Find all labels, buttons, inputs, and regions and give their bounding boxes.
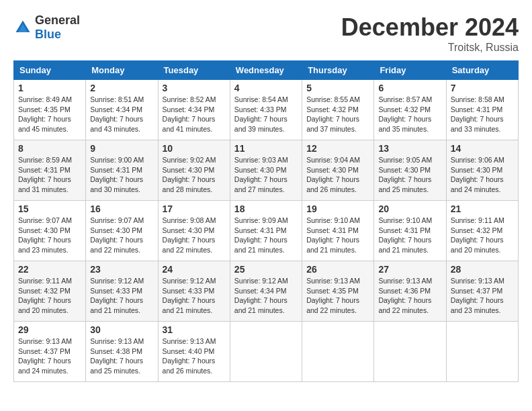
- day-info: Sunrise: 8:54 AMSunset: 4:33 PMDaylight:…: [234, 95, 298, 134]
- day-info: Sunrise: 9:13 AMSunset: 4:37 PMDaylight:…: [451, 276, 514, 316]
- calendar-day-cell: 19 Sunrise: 9:10 AMSunset: 4:31 PMDaylig…: [302, 201, 374, 261]
- day-info: Sunrise: 8:51 AMSunset: 4:34 PMDaylight:…: [90, 95, 153, 134]
- day-number: 4: [234, 83, 298, 93]
- day-number: 28: [451, 264, 514, 275]
- title-area: December 2024 Troitsk, Russia: [341, 13, 519, 54]
- day-number: 1: [18, 83, 81, 93]
- day-number: 2: [90, 83, 153, 93]
- calendar-day-cell: 26 Sunrise: 9:13 AMSunset: 4:35 PMDaylig…: [302, 261, 374, 322]
- day-number: 7: [451, 83, 514, 93]
- calendar-day-cell: 10 Sunrise: 9:02 AMSunset: 4:30 PMDaylig…: [158, 140, 230, 201]
- day-info: Sunrise: 9:02 AMSunset: 4:30 PMDaylight:…: [163, 155, 226, 195]
- day-number: 20: [378, 203, 441, 214]
- day-info: Sunrise: 8:58 AMSunset: 4:31 PMDaylight:…: [451, 95, 514, 134]
- calendar-day-cell: 27 Sunrise: 9:13 AMSunset: 4:36 PMDaylig…: [374, 261, 446, 322]
- weekday-header-cell: Sunday: [14, 61, 86, 80]
- calendar-day-cell: 31 Sunrise: 9:13 AMSunset: 4:40 PMDaylig…: [158, 322, 230, 382]
- day-info: Sunrise: 9:10 AMSunset: 4:31 PMDaylight:…: [306, 216, 369, 255]
- logo: General Blue: [13, 13, 80, 42]
- day-info: Sunrise: 9:12 AMSunset: 4:34 PMDaylight:…: [234, 276, 298, 316]
- day-info: Sunrise: 9:05 AMSunset: 4:30 PMDaylight:…: [378, 155, 441, 195]
- calendar-day-cell: 25 Sunrise: 9:12 AMSunset: 4:34 PMDaylig…: [230, 261, 302, 322]
- calendar-day-cell: 12 Sunrise: 9:04 AMSunset: 4:30 PMDaylig…: [302, 140, 374, 201]
- page-header: General Blue December 2024 Troitsk, Russ…: [13, 13, 519, 54]
- day-info: Sunrise: 9:03 AMSunset: 4:30 PMDaylight:…: [234, 155, 298, 195]
- day-number: 23: [90, 264, 153, 275]
- calendar-week-row: 22 Sunrise: 9:11 AMSunset: 4:32 PMDaylig…: [14, 261, 519, 322]
- day-info: Sunrise: 9:12 AMSunset: 4:33 PMDaylight:…: [163, 276, 226, 316]
- calendar-day-cell: 23 Sunrise: 9:12 AMSunset: 4:33 PMDaylig…: [86, 261, 158, 322]
- day-number: 3: [163, 83, 226, 93]
- day-info: Sunrise: 9:07 AMSunset: 4:30 PMDaylight:…: [90, 216, 153, 255]
- day-info: Sunrise: 9:09 AMSunset: 4:31 PMDaylight:…: [234, 216, 298, 255]
- day-number: 30: [90, 324, 153, 335]
- calendar-day-cell: 14 Sunrise: 9:06 AMSunset: 4:30 PMDaylig…: [446, 140, 518, 201]
- day-info: Sunrise: 9:12 AMSunset: 4:33 PMDaylight:…: [90, 276, 153, 316]
- day-info: Sunrise: 8:49 AMSunset: 4:35 PMDaylight:…: [18, 95, 81, 134]
- day-number: 15: [18, 203, 81, 214]
- day-number: 14: [451, 143, 514, 154]
- day-info: Sunrise: 9:13 AMSunset: 4:38 PMDaylight:…: [90, 336, 153, 376]
- day-number: 13: [378, 143, 441, 154]
- day-info: Sunrise: 9:11 AMSunset: 4:32 PMDaylight:…: [18, 276, 81, 316]
- day-number: 12: [306, 143, 369, 154]
- calendar-day-cell: 13 Sunrise: 9:05 AMSunset: 4:30 PMDaylig…: [374, 140, 446, 201]
- calendar-day-cell: 3 Sunrise: 8:52 AMSunset: 4:34 PMDayligh…: [158, 80, 230, 140]
- day-info: Sunrise: 9:13 AMSunset: 4:36 PMDaylight:…: [378, 276, 441, 316]
- calendar-day-cell: 8 Sunrise: 8:59 AMSunset: 4:31 PMDayligh…: [14, 140, 86, 201]
- calendar-day-cell: 15 Sunrise: 9:07 AMSunset: 4:30 PMDaylig…: [14, 201, 86, 261]
- calendar-day-cell: 18 Sunrise: 9:09 AMSunset: 4:31 PMDaylig…: [230, 201, 302, 261]
- day-number: 18: [234, 203, 298, 214]
- weekday-header-cell: Tuesday: [158, 61, 230, 80]
- day-number: 17: [163, 203, 226, 214]
- weekday-header-cell: Saturday: [446, 61, 518, 80]
- calendar-week-row: 8 Sunrise: 8:59 AMSunset: 4:31 PMDayligh…: [14, 140, 519, 201]
- logo-blue: Blue: [35, 28, 61, 41]
- calendar-day-cell: [446, 322, 518, 382]
- month-title: December 2024: [341, 13, 519, 42]
- calendar-day-cell: 21 Sunrise: 9:11 AMSunset: 4:32 PMDaylig…: [446, 201, 518, 261]
- calendar-day-cell: 4 Sunrise: 8:54 AMSunset: 4:33 PMDayligh…: [230, 80, 302, 140]
- day-info: Sunrise: 9:13 AMSunset: 4:40 PMDaylight:…: [163, 336, 226, 376]
- calendar-day-cell: 2 Sunrise: 8:51 AMSunset: 4:34 PMDayligh…: [86, 80, 158, 140]
- day-info: Sunrise: 9:13 AMSunset: 4:37 PMDaylight:…: [18, 336, 81, 376]
- day-number: 19: [306, 203, 369, 214]
- calendar-week-row: 29 Sunrise: 9:13 AMSunset: 4:37 PMDaylig…: [14, 322, 519, 382]
- weekday-header-cell: Wednesday: [230, 61, 302, 80]
- logo-general: General: [35, 13, 80, 27]
- calendar-day-cell: 20 Sunrise: 9:10 AMSunset: 4:31 PMDaylig…: [374, 201, 446, 261]
- day-info: Sunrise: 9:06 AMSunset: 4:30 PMDaylight:…: [451, 155, 514, 195]
- weekday-header-cell: Monday: [86, 61, 158, 80]
- calendar-day-cell: 22 Sunrise: 9:11 AMSunset: 4:32 PMDaylig…: [14, 261, 86, 322]
- day-number: 21: [451, 203, 514, 214]
- weekday-header-cell: Thursday: [302, 61, 374, 80]
- day-number: 10: [163, 143, 226, 154]
- calendar-day-cell: 28 Sunrise: 9:13 AMSunset: 4:37 PMDaylig…: [446, 261, 518, 322]
- location-title: Troitsk, Russia: [341, 42, 519, 54]
- weekday-header-cell: Friday: [374, 61, 446, 80]
- day-info: Sunrise: 8:57 AMSunset: 4:32 PMDaylight:…: [378, 95, 441, 134]
- day-info: Sunrise: 8:52 AMSunset: 4:34 PMDaylight:…: [163, 95, 226, 134]
- day-number: 11: [234, 143, 298, 154]
- calendar-day-cell: [230, 322, 302, 382]
- day-number: 27: [378, 264, 441, 275]
- calendar-week-row: 15 Sunrise: 9:07 AMSunset: 4:30 PMDaylig…: [14, 201, 519, 261]
- day-info: Sunrise: 9:10 AMSunset: 4:31 PMDaylight:…: [378, 216, 441, 255]
- calendar-day-cell: [374, 322, 446, 382]
- calendar-day-cell: 30 Sunrise: 9:13 AMSunset: 4:38 PMDaylig…: [86, 322, 158, 382]
- calendar-day-cell: 9 Sunrise: 9:00 AMSunset: 4:31 PMDayligh…: [86, 140, 158, 201]
- calendar-day-cell: 1 Sunrise: 8:49 AMSunset: 4:35 PMDayligh…: [14, 80, 86, 140]
- day-number: 9: [90, 143, 153, 154]
- day-number: 5: [306, 83, 369, 93]
- calendar-day-cell: 16 Sunrise: 9:07 AMSunset: 4:30 PMDaylig…: [86, 201, 158, 261]
- day-number: 24: [163, 264, 226, 275]
- calendar-day-cell: 29 Sunrise: 9:13 AMSunset: 4:37 PMDaylig…: [14, 322, 86, 382]
- day-info: Sunrise: 9:07 AMSunset: 4:30 PMDaylight:…: [18, 216, 81, 255]
- calendar-week-row: 1 Sunrise: 8:49 AMSunset: 4:35 PMDayligh…: [14, 80, 519, 140]
- calendar-day-cell: 11 Sunrise: 9:03 AMSunset: 4:30 PMDaylig…: [230, 140, 302, 201]
- calendar-day-cell: 17 Sunrise: 9:08 AMSunset: 4:30 PMDaylig…: [158, 201, 230, 261]
- day-info: Sunrise: 9:11 AMSunset: 4:32 PMDaylight:…: [451, 216, 514, 255]
- calendar-day-cell: 24 Sunrise: 9:12 AMSunset: 4:33 PMDaylig…: [158, 261, 230, 322]
- calendar-day-cell: 7 Sunrise: 8:58 AMSunset: 4:31 PMDayligh…: [446, 80, 518, 140]
- day-info: Sunrise: 8:59 AMSunset: 4:31 PMDaylight:…: [18, 155, 81, 195]
